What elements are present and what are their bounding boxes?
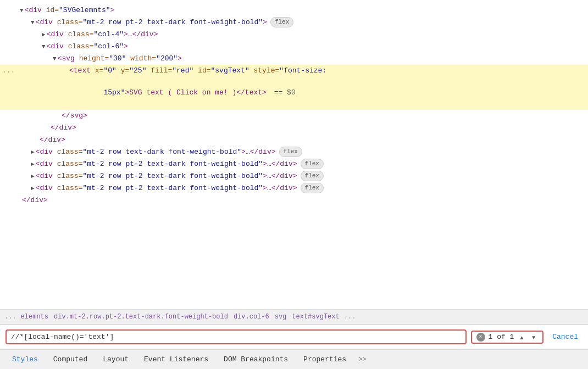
tab-styles[interactable]: Styles bbox=[4, 350, 46, 369]
code-tag: <div bbox=[25, 5, 42, 16]
dollar-zero: $0 bbox=[282, 88, 295, 97]
clear-search-button[interactable]: × bbox=[476, 333, 485, 342]
code-attr: id= bbox=[42, 5, 59, 16]
breadcrumb-ellipsis: ... bbox=[4, 313, 16, 321]
code-bracket: >…</div> bbox=[263, 171, 297, 182]
code-tag: </div> bbox=[22, 195, 48, 206]
code-attr: width= bbox=[126, 53, 156, 64]
code-line-mt2-row3[interactable]: ▶<div class="mt-2 row pt-2 text-dark fon… bbox=[0, 158, 588, 170]
bottom-tabs: Styles Computed Layout Event Listeners D… bbox=[0, 349, 588, 369]
code-attr: id= bbox=[193, 65, 210, 76]
flex-badge: flex bbox=[301, 171, 324, 181]
triangle-right-icon: ▶ bbox=[31, 183, 35, 194]
code-value: "SVGelemnts" bbox=[59, 5, 110, 16]
code-bracket: >…</div> bbox=[241, 147, 275, 158]
breadcrumb-trailing-ellipsis: ... bbox=[344, 313, 356, 321]
code-attr: class= bbox=[53, 159, 83, 170]
search-prev-button[interactable] bbox=[517, 333, 526, 342]
search-next-button[interactable] bbox=[529, 333, 538, 342]
triangle-right-icon: ▶ bbox=[31, 171, 35, 182]
code-tag: <div bbox=[36, 147, 53, 158]
flex-badge: flex bbox=[279, 147, 302, 157]
code-value: "font-size: bbox=[279, 65, 326, 76]
code-attr: y= bbox=[117, 65, 129, 76]
flex-badge: flex bbox=[301, 159, 324, 169]
code-line-close-svg[interactable]: </svg> bbox=[0, 110, 588, 122]
code-value: "svgText" bbox=[211, 65, 249, 76]
breadcrumb-item-div-col6[interactable]: div.col-6 bbox=[234, 313, 269, 321]
breadcrumb-item-elemnts[interactable]: elemnts bbox=[21, 313, 48, 321]
flex-badge: flex bbox=[301, 183, 324, 193]
code-value: "col-6" bbox=[93, 41, 124, 52]
code-line-col6[interactable]: ▼<div class="col-6"> bbox=[0, 41, 588, 53]
code-attr: height= bbox=[75, 53, 109, 64]
code-attr: class= bbox=[53, 17, 83, 28]
breadcrumb-item-text[interactable]: text#svgText bbox=[292, 313, 339, 321]
code-line-mt2-row2[interactable]: ▶<div class="mt-2 row text-dark font-wei… bbox=[0, 146, 588, 158]
code-tag: <svg bbox=[58, 53, 75, 64]
tab-event-listeners[interactable]: Event Listeners bbox=[136, 350, 216, 369]
code-value: "0" bbox=[103, 65, 116, 76]
chevron-up-icon bbox=[519, 334, 524, 340]
code-tag: </div> bbox=[51, 122, 76, 133]
tab-dom-breakpoints[interactable]: DOM Breakpoints bbox=[216, 350, 296, 369]
code-tag: <div bbox=[36, 17, 53, 28]
tab-more-button[interactable]: >> bbox=[354, 350, 370, 369]
code-attr: class= bbox=[53, 183, 83, 194]
code-line-col4[interactable]: ▶<div class="col-4">…</div> bbox=[0, 29, 588, 41]
triangle-down-icon: ▼ bbox=[42, 41, 46, 52]
code-line-close-div-main[interactable]: </div> bbox=[0, 194, 588, 206]
code-line-svg[interactable]: ▼<svg height="30" width="200"> bbox=[0, 53, 588, 65]
tab-layout[interactable]: Layout bbox=[95, 350, 136, 369]
code-attr: class= bbox=[53, 147, 83, 158]
breadcrumb-item-div-mt2[interactable]: div.mt-2.row.pt-2.text-dark.font-weight-… bbox=[54, 313, 228, 321]
code-value: "30" bbox=[109, 53, 126, 64]
code-line-close-div1[interactable]: </div> bbox=[0, 122, 588, 134]
code-bracket: > bbox=[177, 53, 182, 64]
search-input-wrapper[interactable] bbox=[5, 329, 467, 344]
code-line-close-div2[interactable]: </div> bbox=[0, 134, 588, 146]
code-bracket: > bbox=[110, 5, 115, 16]
code-line-text-highlighted[interactable]: ... <text x="0" y="25" fill="red" id="sv… bbox=[0, 65, 588, 110]
equals-sign: == bbox=[270, 88, 282, 97]
code-tag: <text bbox=[69, 65, 91, 76]
code-line-mt2-row[interactable]: ▼<div class="mt-2 row pt-2 text-dark fon… bbox=[0, 16, 588, 29]
triangle-down-icon: ▼ bbox=[53, 53, 57, 64]
code-value: "mt-2 row pt-2 text-dark font-weight-bol… bbox=[82, 159, 263, 170]
tab-computed[interactable]: Computed bbox=[46, 350, 95, 369]
breadcrumb-item-svg[interactable]: svg bbox=[275, 313, 287, 321]
code-line-mt2-row5[interactable]: ▶<div class="mt-2 row pt-2 text-dark fon… bbox=[0, 182, 588, 194]
code-tag: </div> bbox=[40, 135, 65, 146]
code-bracket: >…</div> bbox=[124, 29, 158, 40]
code-value: "25" bbox=[129, 65, 146, 76]
code-bracket: >SVG text ( Click on me! )</text> bbox=[125, 88, 266, 97]
tab-properties[interactable]: Properties bbox=[296, 350, 354, 369]
triangle-right-icon: ▶ bbox=[31, 159, 35, 170]
flex-badge: flex bbox=[270, 17, 293, 27]
search-input[interactable] bbox=[11, 333, 461, 341]
code-tag: <div bbox=[47, 41, 64, 52]
code-attr: class= bbox=[53, 171, 83, 182]
breadcrumb-bar: ... elemnts div.mt-2.row.pt-2.text-dark.… bbox=[0, 309, 588, 325]
triangle-right-icon: ▶ bbox=[31, 147, 35, 158]
code-tag: <div bbox=[36, 159, 53, 170]
ellipsis-indicator: ... bbox=[2, 65, 15, 76]
code-line-mt2-row4[interactable]: ▶<div class="mt-2 row pt-2 text-dark fon… bbox=[0, 170, 588, 182]
code-value: "mt-2 row pt-2 text-dark font-weight-bol… bbox=[82, 17, 263, 28]
code-tag: <div bbox=[36, 183, 53, 194]
search-controls: × 1 of 1 bbox=[471, 331, 544, 344]
code-value: "mt-2 row pt-2 text-dark font-weight-bol… bbox=[82, 171, 263, 182]
search-result-count: 1 of 1 bbox=[489, 333, 514, 341]
cancel-search-button[interactable]: Cancel bbox=[548, 331, 583, 343]
triangle-down-icon: ▼ bbox=[31, 17, 35, 28]
chevron-down-icon bbox=[531, 334, 536, 340]
code-bracket: >…</div> bbox=[263, 183, 297, 194]
triangle-right-icon: ▶ bbox=[42, 29, 46, 40]
code-line-svgelemnts[interactable]: ▼<div id="SVGelemnts"> bbox=[0, 4, 588, 16]
code-bracket: > bbox=[124, 41, 128, 52]
code-attr: x= bbox=[91, 65, 103, 76]
code-tag: <div bbox=[47, 29, 64, 40]
code-value: "200" bbox=[156, 53, 177, 64]
triangle-down-icon: ▼ bbox=[20, 5, 24, 16]
code-value: "col-4" bbox=[93, 29, 124, 40]
